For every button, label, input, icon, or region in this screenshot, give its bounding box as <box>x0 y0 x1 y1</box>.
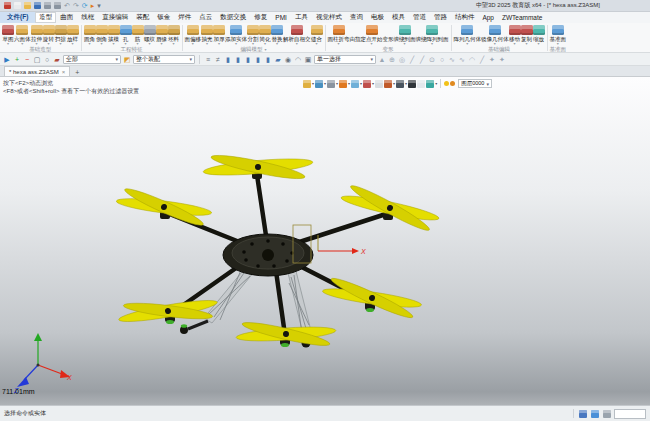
menu-tab-visual-style[interactable]: 视觉样式 <box>312 12 346 23</box>
ribbon-button-simplify[interactable]: 简化▾ <box>259 24 271 46</box>
ribbon-button-thread[interactable]: 螺纹▾ <box>144 24 156 46</box>
add-pick-icon[interactable]: + <box>13 55 21 64</box>
new-tab-button[interactable]: + <box>72 69 82 76</box>
menu-tab-electrode[interactable]: 电极 <box>367 12 388 23</box>
undo-icon[interactable]: ↶ <box>64 2 70 10</box>
layer-visibility-icon[interactable] <box>444 81 449 86</box>
view-manager-icon[interactable] <box>303 80 311 88</box>
app-logo[interactable] <box>4 2 11 9</box>
display-mode-icon[interactable] <box>396 80 404 88</box>
ribbon-button-cylinder-bend[interactable]: 圆柱折弯▾ <box>328 24 350 46</box>
shade-mode-icon[interactable] <box>315 80 323 88</box>
ribbon-button-mirror-geometry[interactable]: 镜像几何体▾ <box>481 24 509 46</box>
menu-tab-pmi[interactable]: PMI <box>271 12 291 23</box>
menu-tab-tubing[interactable]: 管路 <box>430 12 451 23</box>
regen-icon[interactable]: ⟳ <box>82 2 88 10</box>
pick-circle-filter-icon[interactable]: ⊙ <box>428 55 436 64</box>
pick-segment-icon[interactable]: ╱ <box>478 55 486 64</box>
pick-edge-icon[interactable]: ▮ <box>234 55 242 64</box>
ribbon-button-wrap-pattern-to-face[interactable]: 缠绕阵列到面▾ <box>416 24 449 46</box>
menu-tab-surface[interactable]: 曲面 <box>56 12 77 23</box>
menu-tab-wireframe[interactable]: 线框 <box>77 12 98 23</box>
group-expand-icon[interactable]: ▾ <box>264 47 266 52</box>
pick-arc-icon[interactable]: ◠ <box>468 55 476 64</box>
menu-tab-inquire[interactable]: 查询 <box>346 12 367 23</box>
pick-point-icon[interactable]: ◉ <box>284 55 292 64</box>
new-file-icon[interactable] <box>14 2 21 9</box>
pick-feature-icon[interactable]: ▰ <box>274 55 282 64</box>
pick-component-icon[interactable]: ▮ <box>264 55 272 64</box>
pick-curve-icon[interactable]: ◠ <box>294 55 302 64</box>
visual-style-icon[interactable] <box>426 80 434 88</box>
ribbon-button-resolve-self-intersection[interactable]: 解析自相交▾ <box>283 24 311 46</box>
assembly-scope-combo[interactable]: 整个装配▾ <box>133 55 195 64</box>
ribbon-button-sweep[interactable]: 扫掠▾ <box>55 24 67 46</box>
assembly-context-icon[interactable]: ◩ <box>123 55 131 64</box>
remove-pick-icon[interactable]: − <box>23 55 31 64</box>
ribbon-button-rib[interactable]: 筋▾ <box>132 24 144 46</box>
pick-spline-icon[interactable]: ∿ <box>448 55 456 64</box>
background-icon[interactable] <box>351 80 359 88</box>
pick-polyline-icon[interactable]: ╱ <box>418 55 426 64</box>
circle-pick-icon[interactable]: ○ <box>43 55 51 64</box>
plane-display-icon[interactable] <box>375 80 383 88</box>
menu-tab-app[interactable]: App <box>478 12 498 23</box>
pick-line-icon[interactable]: ╱ <box>408 55 416 64</box>
section-view-icon[interactable] <box>384 80 392 88</box>
rotate-view-icon[interactable] <box>327 80 335 88</box>
status-input-field[interactable] <box>614 409 646 419</box>
ribbon-button-hole[interactable]: 孔▾ <box>120 24 132 46</box>
filter-list-icon[interactable]: ≡ <box>204 55 212 64</box>
ribbon-button-copy[interactable]: 复制▾ <box>521 24 533 46</box>
print-icon[interactable] <box>54 2 61 9</box>
viewport-split-icon[interactable] <box>417 80 425 88</box>
layer-color-icon[interactable] <box>450 81 455 86</box>
menu-tab-point-cloud[interactable]: 点云 <box>195 12 216 23</box>
open-file-icon[interactable] <box>24 2 31 9</box>
ribbon-button-pattern-geometry[interactable]: 阵列几何体▾ <box>454 24 482 46</box>
pick-all-icon[interactable]: ▣ <box>304 55 312 64</box>
ribbon-button-stock[interactable]: 坯料▾ <box>168 24 180 46</box>
ribbon-button-draft[interactable]: 拔模▾ <box>108 24 120 46</box>
window-pick-icon[interactable]: ▢ <box>33 55 41 64</box>
pick-inside-icon[interactable]: ⊕ <box>388 55 396 64</box>
save-all-icon[interactable] <box>44 2 51 9</box>
pick-star2-icon[interactable]: ✦ <box>498 55 506 64</box>
menu-tab-shape[interactable]: 造型 <box>35 12 56 23</box>
menu-tab-data-exchange[interactable]: 数据交换 <box>216 12 250 23</box>
chain-pick-icon[interactable]: ▰ <box>53 55 61 64</box>
menu-tab-mold[interactable]: 模具 <box>388 12 409 23</box>
pick-last-icon[interactable]: ▲ <box>378 55 386 64</box>
viewport[interactable]: 按下<F2>动态浏览 <F8>或者<Shift+roll> 查看下一个有效的过滤… <box>0 77 650 405</box>
ribbon-button-add-shape[interactable]: 添加实体▾ <box>225 24 247 46</box>
command-log-icon[interactable] <box>603 410 611 418</box>
screen-mode-icon[interactable] <box>591 410 599 418</box>
selection-mode-combo[interactable]: 单一选择▾ <box>314 55 376 64</box>
play-icon[interactable]: ▸ <box>91 2 95 10</box>
menu-tab-piping[interactable]: 管道 <box>409 12 430 23</box>
menu-tab-direct-edit[interactable]: 直接编辑 <box>98 12 132 23</box>
ribbon-button-divide[interactable]: 分割▾ <box>247 24 259 46</box>
ribbon-button-thicken[interactable]: 加厚▾ <box>213 24 225 46</box>
save-icon[interactable] <box>34 2 41 9</box>
pick-crossing-icon[interactable]: ◎ <box>398 55 406 64</box>
customize-quick-access-icon[interactable]: ▾ <box>97 2 101 10</box>
menu-tab-weldment[interactable]: 焊件 <box>174 12 195 23</box>
ribbon-button-revolve[interactable]: 旋转▾ <box>43 24 55 46</box>
ribbon-button-deform-by-point[interactable]: 由指定点开始变形▾ <box>350 24 394 46</box>
redo-icon[interactable]: ↷ <box>73 2 79 10</box>
ribbon-button-face-offset[interactable]: 面偏移▾ <box>185 24 202 46</box>
ribbon-button-wrap-to-face[interactable]: 缠绕到面▾ <box>394 24 416 46</box>
orient-view-icon[interactable] <box>363 80 371 88</box>
pick-vertex-icon[interactable]: ▮ <box>224 55 232 64</box>
menu-tab-zwteammate[interactable]: ZWTeammate <box>498 12 546 23</box>
pick-star-icon[interactable]: ✦ <box>488 55 496 64</box>
ribbon-button-loft[interactable]: 放样▾ <box>67 24 79 46</box>
pick-shape-icon[interactable]: ▮ <box>254 55 262 64</box>
pick-face-icon[interactable]: ▮ <box>244 55 252 64</box>
ribbon-button-shell[interactable]: 抽壳▾ <box>201 24 213 46</box>
filter-clear-icon[interactable]: ≠ <box>214 55 222 64</box>
ribbon-button-lip[interactable]: 唇缘▾ <box>156 24 168 46</box>
ribbon-button-replace[interactable]: 替换▾ <box>271 24 283 46</box>
file-menu-button[interactable]: 文件(F) <box>0 12 35 23</box>
